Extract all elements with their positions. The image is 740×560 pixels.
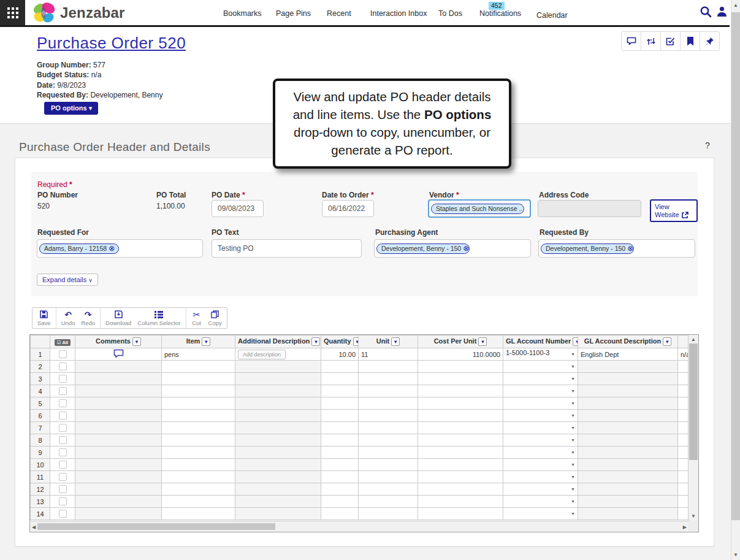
row-checkbox[interactable] — [59, 485, 67, 493]
pin-button[interactable] — [700, 31, 720, 51]
additional-description-cell[interactable] — [235, 410, 321, 422]
quantity-cell[interactable] — [321, 496, 359, 508]
gl-account-dropdown-icon[interactable]: ▼ — [571, 508, 575, 520]
app-menu-button[interactable] — [0, 0, 25, 25]
scroll-right-icon[interactable]: ▶ — [683, 524, 687, 530]
cost-per-unit-cell[interactable] — [418, 496, 503, 508]
item-cell[interactable] — [162, 483, 235, 496]
item-cell[interactable] — [162, 447, 235, 459]
quantity-cell[interactable] — [321, 361, 359, 373]
comments-cell[interactable] — [75, 385, 162, 397]
additional-description-cell[interactable] — [235, 434, 321, 447]
filter-icon[interactable]: ▼ — [478, 337, 487, 346]
grid-horizontal-scrollbar[interactable]: ◀ ▶ — [30, 521, 689, 532]
row-select-cell[interactable] — [50, 447, 75, 459]
cost-per-unit-cell[interactable] — [418, 447, 503, 459]
row-checkbox[interactable] — [59, 461, 67, 469]
unit-cell[interactable] — [359, 410, 418, 422]
undo-button[interactable]: ↶ Undo — [58, 309, 78, 327]
unit-cell[interactable] — [359, 422, 418, 434]
item-header[interactable]: Item▼ — [162, 336, 235, 348]
purchasing-agent-chip[interactable]: Developement, Benny - 150⊗ — [376, 244, 470, 254]
cost-per-unit-cell[interactable] — [418, 471, 503, 483]
item-cell[interactable] — [162, 471, 235, 483]
gl-account-dropdown-icon[interactable]: ▼ — [571, 410, 575, 421]
filter-icon[interactable]: ▼ — [663, 337, 671, 346]
grid-vertical-scrollbar[interactable]: ▲ ▼ — [688, 335, 698, 521]
nav-item-calendar[interactable]: Calendar — [536, 11, 568, 20]
item-cell[interactable] — [162, 434, 235, 447]
additional-description-cell[interactable] — [235, 483, 321, 496]
additional-description-cell[interactable] — [235, 471, 321, 483]
gl-account-number-cell[interactable]: ▼ — [503, 385, 578, 397]
additional-description-cell[interactable]: Add description — [235, 348, 321, 361]
vendor-field[interactable]: Staples and Such Nonsense ...⊗ — [428, 199, 531, 218]
unit-cell[interactable] — [359, 385, 418, 397]
unit-cell[interactable] — [359, 447, 418, 459]
cost-per-unit-cell[interactable] — [418, 459, 503, 471]
quantity-cell[interactable] — [321, 447, 359, 459]
expand-details-button[interactable]: Expand details ∨ — [37, 274, 98, 286]
quantity-cell[interactable] — [321, 373, 359, 385]
filter-icon[interactable]: ▼ — [202, 337, 210, 346]
row-checkbox[interactable] — [59, 473, 67, 481]
nav-item-notifications[interactable]: Notifications — [479, 9, 521, 18]
gl-account-number-cell[interactable]: ▼ — [503, 410, 578, 422]
additional-description-cell[interactable] — [235, 508, 321, 520]
gl-account-number-cell[interactable]: ▼ — [503, 361, 578, 373]
gl-account-dropdown-icon[interactable]: ▼ — [571, 459, 575, 470]
item-cell[interactable] — [162, 397, 235, 410]
user-profile-icon[interactable] — [716, 6, 728, 17]
quantity-cell[interactable] — [321, 397, 359, 410]
item-cell[interactable] — [162, 496, 235, 508]
gl-account-number-cell[interactable]: ▼ — [503, 483, 578, 496]
remove-chip-icon[interactable]: ⊗ — [463, 245, 469, 251]
cost-per-unit-cell[interactable] — [418, 434, 503, 447]
unit-cell[interactable] — [359, 361, 418, 373]
save-button[interactable]: Save — [34, 309, 54, 327]
download-button[interactable]: Download — [102, 309, 134, 327]
row-select-cell[interactable] — [50, 410, 75, 422]
page-scrollbar-thumb[interactable] — [731, 12, 740, 520]
gl-account-number-cell[interactable]: ▼ — [503, 434, 578, 447]
additional-description-cell[interactable] — [235, 397, 321, 410]
comments-cell[interactable] — [75, 471, 162, 483]
row-checkbox[interactable] — [59, 412, 67, 420]
row-checkbox[interactable] — [59, 375, 67, 383]
scroll-left-icon[interactable]: ◀ — [32, 524, 36, 530]
filter-icon[interactable]: ▼ — [311, 337, 320, 346]
nav-item-page-pins[interactable]: Page Pins — [276, 9, 311, 18]
quantity-cell[interactable] — [321, 410, 359, 422]
page-scrollbar[interactable]: ▲ ▼ — [731, 0, 740, 560]
cost-per-unit-cell[interactable] — [418, 385, 503, 397]
cost-per-unit-cell[interactable] — [418, 361, 503, 373]
requested-for-chip[interactable]: Adams, Barry - 12158⊗ — [39, 244, 119, 254]
copy-button[interactable]: Copy — [205, 309, 225, 327]
gl-account-number-cell[interactable]: ▼ — [503, 373, 578, 385]
row-checkbox[interactable] — [59, 350, 67, 358]
item-cell[interactable] — [162, 459, 235, 471]
quantity-cell[interactable] — [321, 483, 359, 496]
row-checkbox[interactable] — [59, 497, 67, 505]
row-checkbox[interactable] — [59, 424, 67, 432]
filter-icon[interactable]: ▼ — [132, 337, 141, 346]
quantity-cell[interactable]: 10.00 — [321, 348, 359, 361]
cost-per-unit-cell[interactable] — [418, 422, 503, 434]
item-cell[interactable] — [162, 508, 235, 520]
nav-item-bookmarks[interactable]: Bookmarks — [223, 9, 262, 18]
comment-bubble-icon[interactable] — [113, 349, 124, 358]
check-all-button[interactable]: ☑All — [55, 339, 71, 346]
nav-item-to-dos[interactable]: To Dos — [438, 9, 462, 18]
gl-account-number-cell[interactable]: ▼ — [503, 422, 578, 434]
comments-header[interactable]: Comments▼ — [75, 336, 162, 348]
unit-cell[interactable] — [359, 508, 418, 520]
quantity-cell[interactable] — [321, 385, 359, 397]
row-checkbox[interactable] — [59, 399, 67, 407]
cost-per-unit-cell[interactable] — [418, 410, 503, 422]
gl-account-dropdown-icon[interactable]: ▼ — [571, 484, 575, 495]
comments-cell[interactable] — [75, 483, 162, 496]
gl-account-dropdown-icon[interactable]: ▼ — [571, 398, 575, 409]
cost-per-unit-header[interactable]: Cost Per Unit▼ — [418, 336, 503, 348]
row-select-cell[interactable] — [50, 422, 75, 434]
row-select-cell[interactable] — [50, 496, 75, 508]
